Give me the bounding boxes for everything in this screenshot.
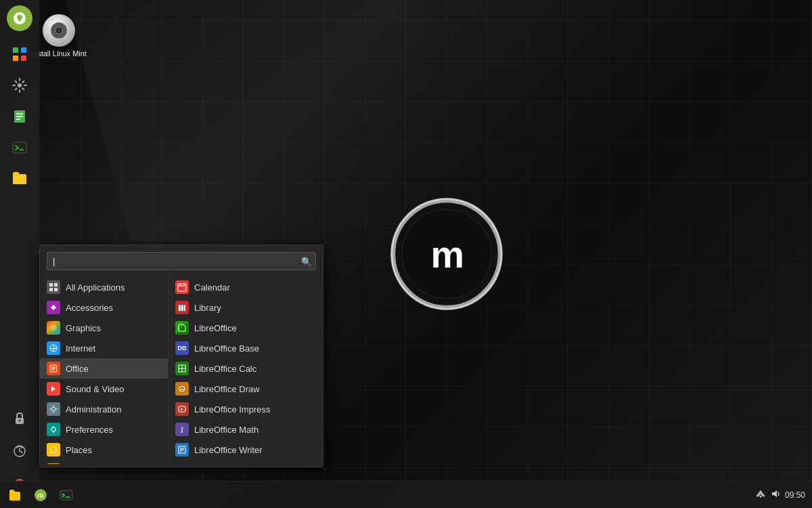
calendar-label: Calendar [194, 282, 230, 293]
sidebar-software[interactable] [6, 41, 33, 68]
svg-rect-57 [60, 490, 72, 500]
svg-point-36 [51, 427, 55, 431]
svg-rect-9 [21, 47, 26, 53]
svg-rect-42 [179, 305, 181, 311]
svg-point-12 [18, 83, 22, 87]
administration-label: Administration [66, 404, 121, 415]
sidebar-lock[interactable] [6, 405, 33, 432]
svg-point-20 [18, 419, 21, 422]
menu-lo-math[interactable]: ∫ LibreOffice Math [168, 419, 323, 440]
menu-accessories[interactable]: Accessories [40, 297, 168, 318]
menu-recent-files[interactable]: Recent Files [40, 460, 168, 464]
preferences-icon [47, 423, 60, 436]
svg-rect-26 [49, 288, 53, 291]
mint-logo: m [386, 193, 508, 315]
places-label: Places [66, 445, 92, 455]
library-icon [175, 301, 189, 314]
menu-lo-calc[interactable]: LibreOffice Calc [168, 358, 323, 379]
search-input[interactable] [47, 252, 316, 270]
sound-video-label: Sound & Video [66, 384, 125, 394]
sidebar-mint-menu[interactable] [7, 5, 32, 31]
libreoffice-label: LibreOffice [194, 323, 237, 333]
sidebar-notes[interactable] [6, 103, 33, 130]
menu-categories: All Applications Accessories Graphics [40, 274, 168, 464]
recent-files-icon [47, 463, 60, 464]
taskbar-clock: 09:50 [785, 490, 805, 500]
lo-draw-label: LibreOffice Draw [194, 384, 260, 394]
svg-rect-43 [181, 305, 183, 311]
taskbar-terminal-btn[interactable] [54, 484, 78, 507]
menu-library[interactable]: Library [168, 297, 323, 318]
svg-rect-10 [13, 56, 18, 61]
svg-rect-11 [21, 56, 26, 61]
taskbar-mint-btn[interactable]: m [28, 484, 53, 507]
menu-office[interactable]: Office [40, 358, 168, 379]
svg-marker-50 [181, 408, 183, 410]
lo-math-label: LibreOffice Math [194, 425, 258, 435]
svg-point-7 [58, 29, 60, 32]
svg-text:m: m [37, 491, 44, 499]
libreoffice-icon [175, 321, 189, 335]
menu-lo-writer[interactable]: LibreOffice Writer [168, 440, 323, 460]
administration-icon [47, 402, 60, 416]
lo-writer-icon [175, 443, 189, 457]
menu-search-area: 🔍 [40, 245, 323, 274]
lo-draw-icon [175, 382, 189, 396]
all-apps-label: All Applications [66, 282, 125, 293]
lo-impress-icon [175, 402, 189, 416]
desktop: m Install Linux Mint [0, 0, 812, 508]
svg-rect-38 [178, 284, 186, 291]
svg-point-59 [759, 496, 761, 498]
lo-calc-icon [175, 362, 189, 375]
sidebar-settings[interactable] [6, 72, 33, 99]
lo-writer-label: LibreOffice Writer [194, 445, 263, 455]
menu-places[interactable]: Places [40, 440, 168, 460]
all-apps-icon [47, 280, 60, 294]
menu-all-applications[interactable]: All Applications [40, 277, 168, 297]
menu-apps: Calendar Library LibreOffice D [168, 274, 323, 464]
lo-base-label: LibreOffice Base [194, 343, 259, 354]
sound-video-icon [47, 382, 60, 396]
install-icon-label: Install Linux Mint [31, 49, 87, 58]
menu-graphics[interactable]: Graphics [40, 318, 168, 338]
menu-sound-video[interactable]: Sound & Video [40, 379, 168, 399]
menu-internet[interactable]: Internet [40, 338, 168, 358]
svg-rect-27 [54, 288, 58, 291]
menu-lo-impress[interactable]: LibreOffice Impress [168, 399, 323, 419]
svg-rect-25 [54, 283, 58, 287]
graphics-icon [47, 321, 60, 335]
office-icon [47, 362, 60, 375]
menu-libreoffice[interactable]: LibreOffice [168, 318, 323, 338]
svg-marker-34 [51, 386, 55, 391]
lo-base-icon: DB [175, 341, 189, 355]
svg-text:m: m [431, 233, 463, 276]
sound-tray-icon[interactable] [770, 488, 781, 501]
menu-administration[interactable]: Administration [40, 399, 168, 419]
network-tray-icon[interactable] [755, 488, 766, 501]
taskbar: m [0, 481, 812, 508]
svg-rect-8 [13, 47, 18, 53]
svg-rect-24 [49, 283, 53, 287]
office-label: Office [66, 364, 89, 374]
lo-calc-label: LibreOffice Calc [194, 364, 256, 374]
internet-label: Internet [66, 343, 95, 354]
sidebar-update[interactable] [6, 438, 33, 465]
svg-point-28 [50, 324, 57, 331]
menu-preferences[interactable]: Preferences [40, 419, 168, 440]
graphics-label: Graphics [66, 323, 101, 333]
taskbar-left: m [0, 484, 78, 507]
sidebar-terminal[interactable] [6, 134, 33, 161]
accessories-icon [47, 301, 60, 314]
taskbar-files-btn[interactable] [3, 484, 27, 507]
app-menu: 🔍 All Applications [39, 245, 323, 467]
install-icon-image [43, 14, 75, 47]
places-icon [47, 443, 60, 457]
accessories-label: Accessories [66, 303, 113, 313]
search-icon[interactable]: 🔍 [301, 256, 312, 266]
preferences-label: Preferences [66, 425, 113, 435]
menu-lo-draw[interactable]: LibreOffice Draw [168, 379, 323, 399]
menu-lo-base[interactable]: DB LibreOffice Base [168, 338, 323, 358]
sidebar-files[interactable] [6, 165, 33, 192]
calendar-icon [175, 280, 189, 294]
menu-calendar[interactable]: Calendar [168, 277, 323, 297]
